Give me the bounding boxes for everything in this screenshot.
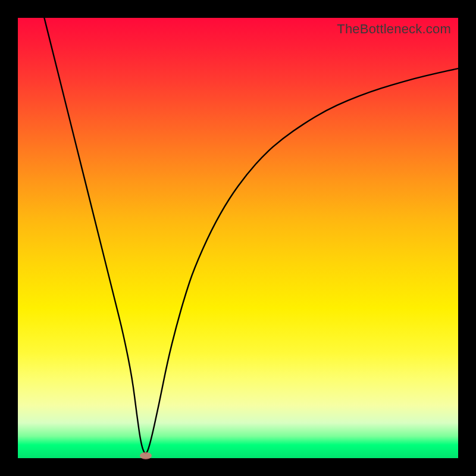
bottleneck-curve — [18, 18, 458, 458]
minimum-marker — [140, 452, 152, 459]
chart-plot-area: TheBottleneck.com — [18, 18, 458, 458]
